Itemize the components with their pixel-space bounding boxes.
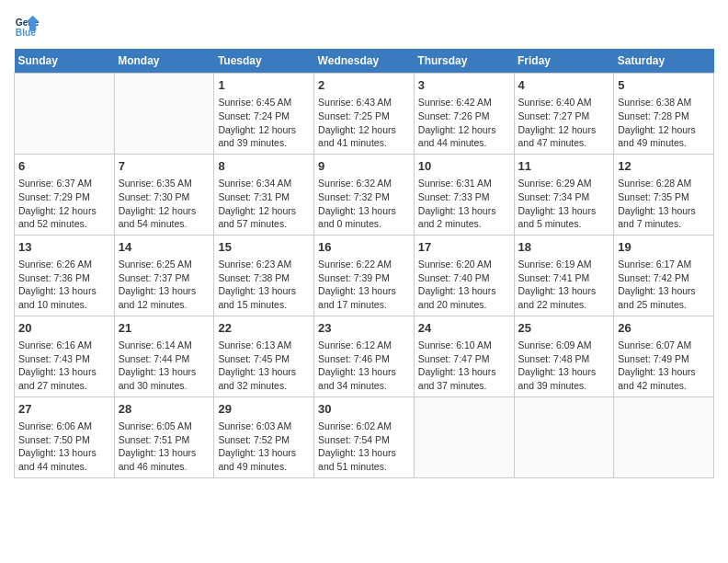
day-info: Sunrise: 6:26 AM Sunset: 7:36 PM Dayligh… [18, 258, 110, 312]
calendar-cell: 13Sunrise: 6:26 AM Sunset: 7:36 PM Dayli… [15, 235, 115, 316]
day-info: Sunrise: 6:35 AM Sunset: 7:30 PM Dayligh… [119, 177, 210, 231]
calendar-cell [614, 396, 714, 477]
day-info: Sunrise: 6:38 AM Sunset: 7:28 PM Dayligh… [618, 96, 710, 150]
day-number: 28 [119, 401, 210, 418]
day-number: 29 [218, 401, 310, 418]
day-info: Sunrise: 6:28 AM Sunset: 7:35 PM Dayligh… [618, 177, 710, 231]
calendar-cell: 11Sunrise: 6:29 AM Sunset: 7:34 PM Dayli… [514, 154, 614, 235]
calendar-cell: 24Sunrise: 6:10 AM Sunset: 7:47 PM Dayli… [414, 316, 514, 396]
calendar-cell: 19Sunrise: 6:17 AM Sunset: 7:42 PM Dayli… [614, 235, 714, 316]
day-info: Sunrise: 6:43 AM Sunset: 7:25 PM Dayligh… [318, 96, 410, 150]
calendar-cell: 4Sunrise: 6:40 AM Sunset: 7:27 PM Daylig… [514, 74, 614, 155]
day-number: 27 [18, 401, 110, 418]
day-header-wednesday: Wednesday [314, 49, 415, 74]
day-number: 13 [18, 239, 110, 256]
day-number: 6 [18, 158, 110, 175]
day-header-friday: Friday [514, 49, 614, 74]
day-number: 12 [618, 158, 710, 175]
calendar-cell: 5Sunrise: 6:38 AM Sunset: 7:28 PM Daylig… [614, 74, 714, 155]
day-info: Sunrise: 6:10 AM Sunset: 7:47 PM Dayligh… [418, 339, 510, 393]
day-number: 4 [518, 77, 610, 94]
day-info: Sunrise: 6:40 AM Sunset: 7:27 PM Dayligh… [518, 96, 610, 150]
day-header-thursday: Thursday [414, 49, 514, 74]
day-number: 11 [518, 158, 610, 175]
calendar-cell: 2Sunrise: 6:43 AM Sunset: 7:25 PM Daylig… [314, 74, 415, 155]
calendar-cell: 25Sunrise: 6:09 AM Sunset: 7:48 PM Dayli… [514, 316, 614, 396]
day-number: 2 [318, 77, 410, 94]
day-info: Sunrise: 6:31 AM Sunset: 7:33 PM Dayligh… [418, 177, 510, 231]
day-number: 7 [119, 158, 210, 175]
calendar-cell: 27Sunrise: 6:06 AM Sunset: 7:50 PM Dayli… [15, 396, 115, 477]
day-info: Sunrise: 6:29 AM Sunset: 7:34 PM Dayligh… [518, 177, 610, 231]
calendar-cell: 22Sunrise: 6:13 AM Sunset: 7:45 PM Dayli… [214, 316, 314, 396]
day-number: 25 [518, 320, 610, 337]
calendar-cell: 9Sunrise: 6:32 AM Sunset: 7:32 PM Daylig… [314, 154, 415, 235]
day-info: Sunrise: 6:02 AM Sunset: 7:54 PM Dayligh… [318, 419, 410, 474]
day-number: 22 [218, 320, 310, 337]
day-number: 17 [418, 239, 510, 256]
calendar-cell: 18Sunrise: 6:19 AM Sunset: 7:41 PM Dayli… [514, 235, 614, 316]
logo-icon: General Blue [14, 14, 40, 40]
day-info: Sunrise: 6:13 AM Sunset: 7:45 PM Dayligh… [218, 339, 310, 393]
day-info: Sunrise: 6:32 AM Sunset: 7:32 PM Dayligh… [318, 177, 410, 231]
day-info: Sunrise: 6:03 AM Sunset: 7:52 PM Dayligh… [218, 419, 310, 474]
calendar-cell: 21Sunrise: 6:14 AM Sunset: 7:44 PM Dayli… [114, 316, 214, 396]
logo: General Blue [14, 14, 43, 40]
day-info: Sunrise: 6:45 AM Sunset: 7:24 PM Dayligh… [218, 96, 310, 150]
calendar-cell: 23Sunrise: 6:12 AM Sunset: 7:46 PM Dayli… [314, 316, 415, 396]
day-number: 8 [218, 158, 310, 175]
day-info: Sunrise: 6:22 AM Sunset: 7:39 PM Dayligh… [318, 258, 410, 312]
day-number: 19 [618, 239, 710, 256]
calendar-cell: 20Sunrise: 6:16 AM Sunset: 7:43 PM Dayli… [15, 316, 115, 396]
calendar-cell: 6Sunrise: 6:37 AM Sunset: 7:29 PM Daylig… [15, 154, 115, 235]
day-info: Sunrise: 6:05 AM Sunset: 7:51 PM Dayligh… [119, 419, 210, 474]
page-header: General Blue [14, 14, 714, 40]
day-info: Sunrise: 6:06 AM Sunset: 7:50 PM Dayligh… [18, 419, 110, 474]
day-info: Sunrise: 6:07 AM Sunset: 7:49 PM Dayligh… [618, 339, 710, 393]
calendar-table: SundayMondayTuesdayWednesdayThursdayFrid… [14, 49, 714, 478]
calendar-cell: 28Sunrise: 6:05 AM Sunset: 7:51 PM Dayli… [114, 396, 214, 477]
day-header-tuesday: Tuesday [214, 49, 314, 74]
day-header-sunday: Sunday [15, 49, 115, 74]
calendar-cell: 7Sunrise: 6:35 AM Sunset: 7:30 PM Daylig… [114, 154, 214, 235]
calendar-cell: 3Sunrise: 6:42 AM Sunset: 7:26 PM Daylig… [414, 74, 514, 155]
day-header-saturday: Saturday [614, 49, 714, 74]
day-number: 14 [119, 239, 210, 256]
calendar-cell [114, 74, 214, 155]
calendar-cell [15, 74, 115, 155]
day-number: 26 [618, 320, 710, 337]
calendar-week-5: 27Sunrise: 6:06 AM Sunset: 7:50 PM Dayli… [15, 396, 714, 477]
calendar-cell: 14Sunrise: 6:25 AM Sunset: 7:37 PM Dayli… [114, 235, 214, 316]
day-info: Sunrise: 6:25 AM Sunset: 7:37 PM Dayligh… [119, 258, 210, 312]
day-info: Sunrise: 6:20 AM Sunset: 7:40 PM Dayligh… [418, 258, 510, 312]
day-info: Sunrise: 6:09 AM Sunset: 7:48 PM Dayligh… [518, 339, 610, 393]
calendar-cell: 10Sunrise: 6:31 AM Sunset: 7:33 PM Dayli… [414, 154, 514, 235]
day-number: 23 [318, 320, 410, 337]
day-number: 20 [18, 320, 110, 337]
day-info: Sunrise: 6:23 AM Sunset: 7:38 PM Dayligh… [218, 258, 310, 312]
day-number: 16 [318, 239, 410, 256]
calendar-cell: 1Sunrise: 6:45 AM Sunset: 7:24 PM Daylig… [214, 74, 314, 155]
day-info: Sunrise: 6:37 AM Sunset: 7:29 PM Dayligh… [18, 177, 110, 231]
calendar-cell: 15Sunrise: 6:23 AM Sunset: 7:38 PM Dayli… [214, 235, 314, 316]
calendar-cell: 16Sunrise: 6:22 AM Sunset: 7:39 PM Dayli… [314, 235, 415, 316]
day-number: 9 [318, 158, 410, 175]
calendar-body: 1Sunrise: 6:45 AM Sunset: 7:24 PM Daylig… [15, 74, 714, 478]
day-header-monday: Monday [114, 49, 214, 74]
day-number: 15 [218, 239, 310, 256]
day-number: 3 [418, 77, 510, 94]
calendar-week-3: 13Sunrise: 6:26 AM Sunset: 7:36 PM Dayli… [15, 235, 714, 316]
day-info: Sunrise: 6:12 AM Sunset: 7:46 PM Dayligh… [318, 339, 410, 393]
calendar-week-1: 1Sunrise: 6:45 AM Sunset: 7:24 PM Daylig… [15, 74, 714, 155]
day-info: Sunrise: 6:14 AM Sunset: 7:44 PM Dayligh… [119, 339, 210, 393]
day-number: 5 [618, 77, 710, 94]
calendar-header-row: SundayMondayTuesdayWednesdayThursdayFrid… [15, 49, 714, 74]
calendar-cell: 29Sunrise: 6:03 AM Sunset: 7:52 PM Dayli… [214, 396, 314, 477]
day-number: 18 [518, 239, 610, 256]
calendar-cell [514, 396, 614, 477]
calendar-cell: 26Sunrise: 6:07 AM Sunset: 7:49 PM Dayli… [614, 316, 714, 396]
day-info: Sunrise: 6:17 AM Sunset: 7:42 PM Dayligh… [618, 258, 710, 312]
day-number: 21 [119, 320, 210, 337]
calendar-cell: 30Sunrise: 6:02 AM Sunset: 7:54 PM Dayli… [314, 396, 415, 477]
day-number: 30 [318, 401, 410, 418]
